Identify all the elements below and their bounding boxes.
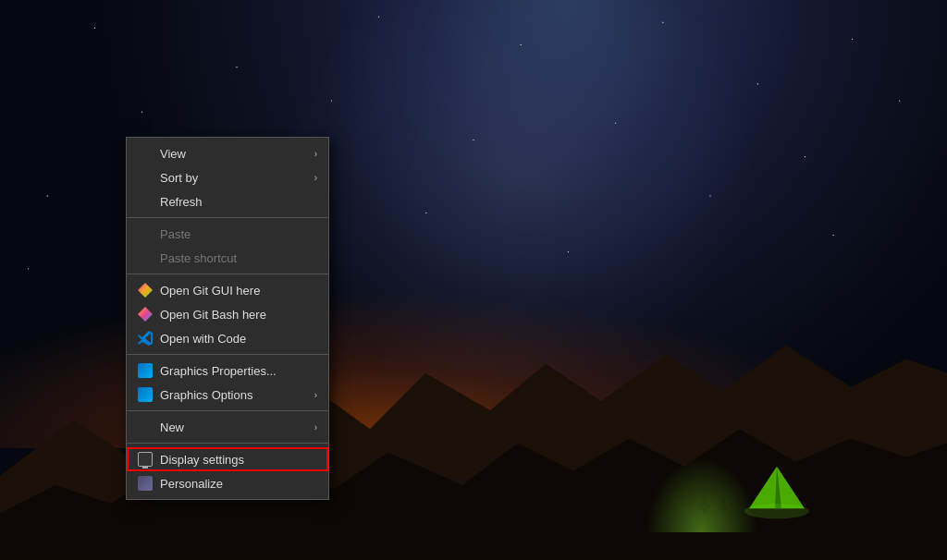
graphics-options-label: Graphics Options bbox=[160, 388, 252, 402]
menu-item-display-settings[interactable]: Display settings bbox=[127, 447, 328, 471]
sort-by-icon bbox=[138, 170, 153, 185]
separator-2 bbox=[127, 274, 328, 274]
display-settings-icon bbox=[138, 452, 153, 467]
personalize-label: Personalize bbox=[160, 477, 223, 491]
view-label: View bbox=[160, 147, 186, 161]
sort-by-arrow: › bbox=[314, 173, 317, 183]
new-arrow: › bbox=[314, 422, 317, 432]
git-gui-icon bbox=[138, 283, 153, 298]
menu-item-refresh[interactable]: Refresh bbox=[127, 189, 328, 213]
open-with-code-label: Open with Code bbox=[160, 332, 246, 346]
paste-label: Paste bbox=[160, 227, 191, 241]
view-arrow: › bbox=[314, 149, 317, 159]
menu-item-view[interactable]: View › bbox=[127, 141, 328, 165]
paste-shortcut-icon bbox=[138, 250, 153, 265]
menu-item-personalize[interactable]: Personalize bbox=[127, 471, 328, 495]
tent-glow-decoration bbox=[646, 458, 757, 532]
git-gui-label: Open Git GUI here bbox=[160, 284, 260, 298]
git-bash-icon bbox=[138, 307, 153, 322]
refresh-label: Refresh bbox=[160, 195, 203, 209]
menu-item-graphics-options[interactable]: Graphics Options › bbox=[127, 383, 328, 407]
refresh-icon bbox=[138, 194, 153, 209]
graphics-properties-icon bbox=[138, 363, 153, 378]
menu-item-sort-by[interactable]: Sort by › bbox=[127, 165, 328, 189]
menu-item-paste: Paste bbox=[127, 222, 328, 246]
separator-3 bbox=[127, 354, 328, 355]
menu-item-git-bash[interactable]: Open Git Bash here bbox=[127, 302, 328, 326]
paste-shortcut-label: Paste shortcut bbox=[160, 251, 237, 265]
vscode-icon bbox=[138, 331, 153, 346]
new-label: New bbox=[160, 420, 184, 434]
context-menu: View › Sort by › Refresh Paste Paste sho… bbox=[126, 137, 329, 500]
view-icon bbox=[138, 146, 153, 161]
graphics-options-icon bbox=[138, 387, 153, 402]
paste-icon bbox=[138, 226, 153, 241]
menu-item-git-gui[interactable]: Open Git GUI here bbox=[127, 278, 328, 302]
menu-item-graphics-properties[interactable]: Graphics Properties... bbox=[127, 359, 328, 383]
graphics-properties-label: Graphics Properties... bbox=[160, 364, 277, 378]
graphics-options-arrow: › bbox=[314, 390, 317, 400]
new-icon bbox=[138, 420, 153, 434]
separator-5 bbox=[127, 443, 328, 444]
menu-item-open-with-code[interactable]: Open with Code bbox=[127, 326, 328, 350]
display-settings-label: Display settings bbox=[160, 453, 244, 467]
separator-4 bbox=[127, 410, 328, 411]
sort-by-label: Sort by bbox=[160, 171, 198, 185]
separator-1 bbox=[127, 217, 328, 218]
menu-item-paste-shortcut: Paste shortcut bbox=[127, 246, 328, 270]
git-bash-label: Open Git Bash here bbox=[160, 308, 266, 322]
personalize-icon bbox=[138, 476, 153, 491]
menu-item-new[interactable]: New › bbox=[127, 415, 328, 439]
